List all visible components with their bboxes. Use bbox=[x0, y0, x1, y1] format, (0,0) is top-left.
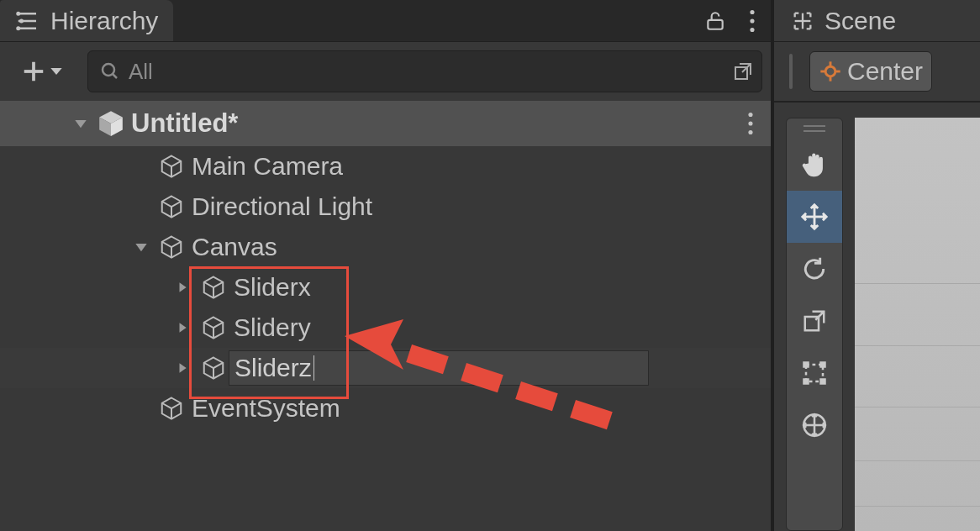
transform-tool-button[interactable] bbox=[787, 399, 842, 451]
scene-icon bbox=[791, 9, 814, 33]
scene-row[interactable]: Untitled* bbox=[0, 101, 771, 146]
lock-icon[interactable] bbox=[697, 0, 734, 41]
scene-tab-label: Scene bbox=[825, 7, 896, 35]
hierarchy-tab[interactable]: Hierarchy bbox=[0, 0, 173, 41]
gameobject-eventsystem[interactable]: EventSystem bbox=[0, 388, 771, 428]
svg-point-9 bbox=[750, 27, 754, 31]
svg-point-5 bbox=[18, 27, 20, 29]
gameobject-slidery[interactable]: Slidery bbox=[0, 308, 771, 348]
gameobject-icon bbox=[156, 396, 187, 421]
svg-point-8 bbox=[750, 18, 754, 23]
rect-tool-button[interactable] bbox=[787, 347, 842, 399]
hierarchy-toolbar: All bbox=[0, 42, 771, 101]
gameobject-icon bbox=[156, 194, 187, 219]
pivot-mode-label: Center bbox=[847, 57, 923, 86]
svg-rect-49 bbox=[821, 380, 825, 384]
svg-point-3 bbox=[18, 13, 20, 15]
gameobject-icon bbox=[156, 234, 187, 260]
svg-rect-6 bbox=[708, 19, 722, 29]
gameobject-canvas[interactable]: Canvas bbox=[0, 227, 771, 267]
svg-point-18 bbox=[748, 130, 752, 134]
rotate-tool-button[interactable] bbox=[787, 243, 842, 295]
svg-rect-48 bbox=[804, 380, 809, 384]
chevron-down-icon bbox=[50, 66, 63, 77]
kebab-menu-icon[interactable] bbox=[734, 0, 771, 41]
hierarchy-search-input[interactable]: All bbox=[87, 50, 762, 92]
gameobject-directional-light[interactable]: Directional Light bbox=[0, 187, 771, 227]
gameobject-label: EventSystem bbox=[187, 394, 340, 423]
rename-input[interactable]: Sliderz bbox=[229, 350, 649, 386]
gameobject-icon bbox=[198, 355, 229, 381]
gameobject-label: Slidery bbox=[229, 313, 311, 342]
gameobject-icon bbox=[198, 275, 229, 300]
scene-body bbox=[774, 103, 980, 531]
svg-point-36 bbox=[825, 66, 835, 76]
scene-tools bbox=[786, 118, 843, 531]
svg-point-16 bbox=[748, 113, 752, 117]
pivot-mode-button[interactable]: Center bbox=[809, 51, 932, 92]
svg-point-4 bbox=[20, 19, 23, 22]
svg-rect-46 bbox=[804, 363, 809, 367]
scale-tool-button[interactable] bbox=[787, 295, 842, 347]
scene-toolbar: Center bbox=[774, 42, 980, 103]
scene-menu-icon[interactable] bbox=[747, 112, 754, 135]
gameobject-label: Main Camera bbox=[187, 152, 343, 181]
create-button[interactable] bbox=[5, 50, 79, 92]
gameobject-main-camera[interactable]: Main Camera bbox=[0, 146, 771, 187]
scene-panel: Scene Center bbox=[774, 0, 980, 531]
foldout-icon[interactable] bbox=[134, 240, 156, 254]
gameobject-sliderz-editing[interactable]: Sliderz bbox=[0, 348, 771, 388]
svg-point-17 bbox=[748, 121, 752, 125]
popout-icon[interactable] bbox=[733, 61, 753, 81]
foldout-icon[interactable] bbox=[177, 281, 198, 293]
svg-rect-47 bbox=[821, 363, 825, 367]
pivot-icon bbox=[819, 60, 842, 83]
foldout-icon[interactable] bbox=[177, 322, 198, 334]
scene-tab-bar: Scene bbox=[774, 0, 980, 42]
foldout-icon[interactable] bbox=[74, 117, 96, 130]
gameobject-icon bbox=[156, 154, 187, 179]
text-caret bbox=[313, 355, 314, 381]
hierarchy-tab-label: Hierarchy bbox=[50, 7, 158, 35]
scene-tab[interactable]: Scene bbox=[774, 0, 980, 41]
move-tool-button[interactable] bbox=[787, 191, 842, 243]
gameobject-label: Directional Light bbox=[187, 192, 372, 221]
hierarchy-tree: Untitled* Main Camera bbox=[0, 101, 771, 531]
gameobject-label: Canvas bbox=[187, 233, 277, 261]
toolbar-grip[interactable] bbox=[789, 54, 793, 89]
scene-viewport[interactable] bbox=[855, 118, 980, 531]
scene-name-label: Untitled* bbox=[126, 108, 238, 139]
foldout-icon[interactable] bbox=[177, 362, 198, 374]
hand-tool-button[interactable] bbox=[787, 139, 842, 191]
search-icon bbox=[100, 61, 120, 81]
hierarchy-icon bbox=[15, 8, 40, 34]
tools-grip[interactable] bbox=[787, 118, 842, 139]
svg-line-13 bbox=[113, 74, 117, 78]
unity-scene-icon bbox=[96, 109, 126, 138]
hierarchy-panel: Hierarchy bbox=[0, 0, 774, 531]
svg-point-7 bbox=[750, 9, 754, 13]
gameobject-label: Sliderx bbox=[229, 273, 311, 302]
rename-input-value: Sliderz bbox=[234, 354, 312, 382]
gameobject-sliderx[interactable]: Sliderx bbox=[0, 267, 771, 308]
search-value: All bbox=[129, 59, 724, 85]
gameobject-icon bbox=[198, 315, 229, 340]
svg-point-12 bbox=[103, 64, 114, 76]
hierarchy-tab-bar: Hierarchy bbox=[0, 0, 771, 42]
